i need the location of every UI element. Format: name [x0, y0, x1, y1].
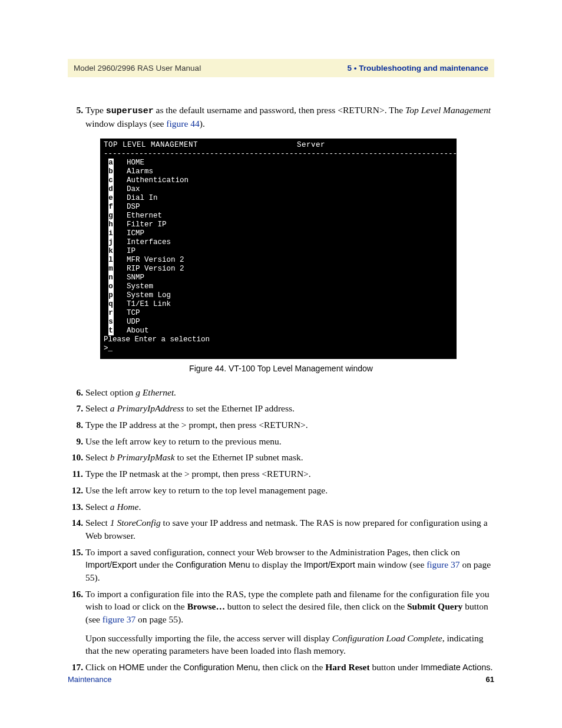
- step-15: 15. To import a saved configuration, con…: [68, 546, 494, 584]
- page-header: Model 2960/2996 RAS User Manual 5 • Trou…: [68, 59, 494, 77]
- terminal-screenshot: TOP LEVEL MANAGEMENT Server ------------…: [100, 139, 457, 359]
- step-number: 5.: [68, 104, 85, 117]
- step-17: 17. Click on HOME under the Configuratio…: [68, 661, 494, 674]
- header-left: Model 2960/2996 RAS User Manual: [74, 64, 201, 73]
- step-12: 12. Use the left arrow key to return to …: [68, 484, 494, 497]
- step-14: 14. Select 1 StoreConfig to save your IP…: [68, 516, 494, 542]
- step-11: 11. Type the IP netmask at the > prompt,…: [68, 467, 494, 480]
- figure-link[interactable]: figure 44: [166, 118, 199, 129]
- step-13: 13. Select a Home.: [68, 500, 494, 513]
- figure-caption: Figure 44. VT-100 Top Level Management w…: [68, 364, 494, 373]
- step-16: 16. To import a configuration file into …: [68, 588, 494, 657]
- figure-link[interactable]: figure 37: [103, 614, 135, 624]
- page-number: 61: [486, 675, 494, 684]
- page-footer: Maintenance 61: [68, 675, 494, 684]
- step-6: 6. Select option g Ethernet.: [68, 386, 494, 399]
- code-text: superuser: [106, 106, 154, 116]
- step-5: 5. Type superuser as the default usernam…: [68, 104, 494, 130]
- figure-link[interactable]: figure 37: [427, 559, 459, 569]
- step-body: Type superuser as the default username a…: [85, 104, 494, 130]
- footer-section: Maintenance: [68, 675, 111, 684]
- step-8: 8. Type the IP address at the > prompt, …: [68, 419, 494, 431]
- step-10: 10. Select b PrimaryIpMask to set the Et…: [68, 451, 494, 464]
- step-7: 7. Select a PrimaryIpAddress to set the …: [68, 402, 494, 415]
- header-right: 5 • Troubleshooting and maintenance: [347, 64, 488, 73]
- step-9: 9. Use the left arrow key to return to t…: [68, 435, 494, 448]
